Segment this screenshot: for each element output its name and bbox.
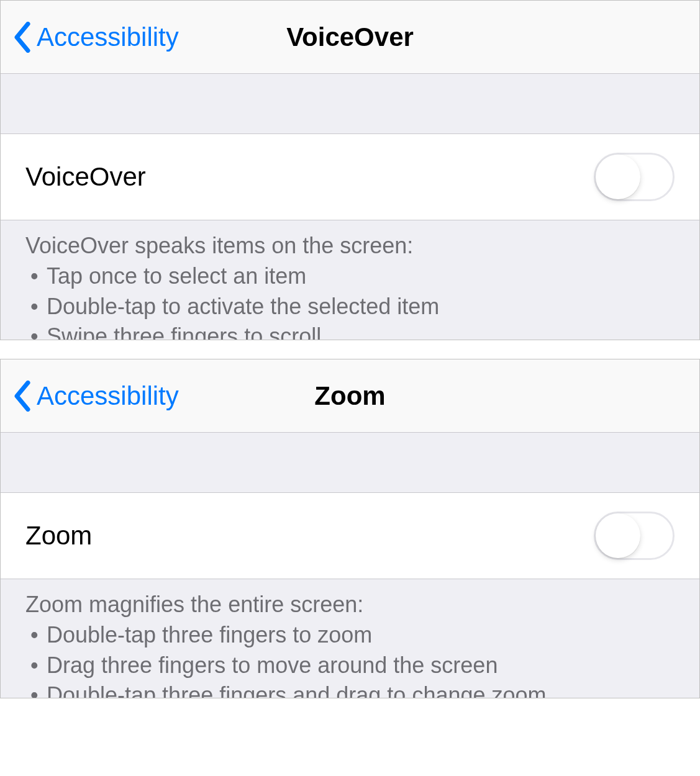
chevron-left-icon [13, 22, 32, 53]
page-title: Zoom [314, 381, 385, 411]
footer-list: Tap once to select an item Double-tap to… [25, 261, 675, 340]
back-label: Accessibility [37, 381, 179, 411]
back-button[interactable]: Accessibility [1, 22, 179, 53]
footer-item: Double-tap three fingers and drag to cha… [25, 680, 675, 698]
back-button[interactable]: Accessibility [1, 381, 179, 412]
footer-list: Double-tap three fingers to zoom Drag th… [25, 620, 675, 698]
footer-item: Swipe three fingers to scroll [25, 322, 675, 340]
voiceover-toggle-row: VoiceOver [1, 133, 699, 220]
zoom-settings-panel: Accessibility Zoom Zoom Zoom magnifies t… [0, 359, 700, 698]
voiceover-toggle[interactable] [594, 153, 675, 201]
voiceover-footer: VoiceOver speaks items on the screen: Ta… [1, 220, 699, 340]
navbar: Accessibility Zoom [1, 359, 699, 433]
zoom-footer: Zoom magnifies the entire screen: Double… [1, 579, 699, 698]
toggle-label: Zoom [25, 521, 92, 551]
footer-item: Double-tap to activate the selected item [25, 292, 675, 322]
zoom-toggle-row: Zoom [1, 492, 699, 579]
footer-item: Double-tap three fingers to zoom [25, 620, 675, 651]
footer-item: Tap once to select an item [25, 261, 675, 292]
navbar: Accessibility VoiceOver [1, 1, 699, 74]
back-label: Accessibility [37, 22, 179, 52]
toggle-knob [596, 513, 640, 558]
voiceover-settings-panel: Accessibility VoiceOver VoiceOver VoiceO… [0, 0, 700, 340]
zoom-toggle[interactable] [594, 512, 675, 560]
section-spacer [1, 74, 699, 133]
section-spacer [1, 433, 699, 492]
page-title: VoiceOver [286, 22, 414, 52]
toggle-knob [596, 155, 640, 199]
footer-heading: VoiceOver speaks items on the screen: [25, 233, 675, 259]
footer-heading: Zoom magnifies the entire screen: [25, 592, 675, 618]
chevron-left-icon [13, 381, 32, 412]
footer-item: Drag three fingers to move around the sc… [25, 651, 675, 681]
toggle-label: VoiceOver [25, 162, 146, 192]
